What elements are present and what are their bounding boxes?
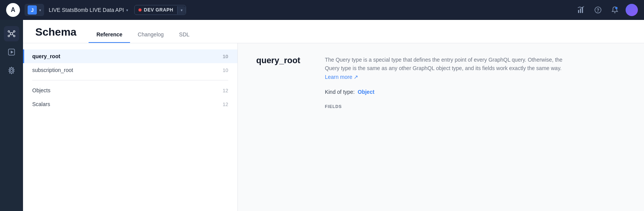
svg-rect-0 — [578, 10, 579, 13]
learn-more-link[interactable]: Learn more ↗ — [325, 74, 358, 80]
svg-point-9 — [13, 31, 15, 32]
detail-description-section: The Query type is a special type that de… — [325, 56, 570, 109]
type-list-divider — [32, 80, 228, 80]
type-item-objects[interactable]: Objects 12 — [23, 83, 237, 97]
sidebar-item-play[interactable] — [4, 44, 19, 60]
svg-point-10 — [8, 35, 10, 37]
schema-tabs: Reference Changelog SDL — [89, 25, 197, 43]
svg-line-12 — [10, 32, 11, 33]
detail-kind: Kind of type: Object — [325, 89, 570, 95]
notifications-icon[interactable] — [609, 4, 621, 16]
svg-point-5 — [614, 12, 616, 13]
left-panel: query_root 10 subscription_root 10 Objec… — [23, 43, 238, 211]
content-area: Schema Reference Changelog SDL query_ro — [23, 20, 644, 211]
tab-changelog[interactable]: Changelog — [130, 25, 171, 43]
detail-kind-value: Object — [358, 89, 375, 95]
svg-line-15 — [13, 34, 14, 36]
workspace-selector[interactable]: J ▾ — [25, 4, 44, 16]
external-link-icon: ↗ — [354, 74, 358, 80]
app-logo[interactable]: A — [6, 3, 20, 17]
schema-title: Schema — [35, 20, 76, 43]
type-item-subscription-root[interactable]: subscription_root 10 — [23, 63, 237, 77]
schema-header: Schema Reference Changelog SDL — [23, 20, 644, 43]
navbar: A J ▾ LIVE StatsBomb LIVE Data API ▾ DEV… — [0, 0, 644, 20]
svg-line-13 — [13, 32, 14, 33]
main-layout: Schema Reference Changelog SDL query_ro — [0, 20, 644, 211]
detail-description: The Query type is a special type that de… — [325, 56, 570, 81]
svg-point-11 — [13, 35, 15, 37]
dev-graph-selector[interactable]: DEV GRAPH ▾ — [134, 5, 186, 15]
svg-marker-17 — [11, 51, 13, 54]
user-avatar[interactable] — [626, 4, 638, 16]
detail-section: query_root — [256, 56, 300, 109]
dev-graph-chevron-icon[interactable]: ▾ — [177, 6, 186, 14]
dev-graph-label: DEV GRAPH — [144, 7, 173, 13]
tab-reference[interactable]: Reference — [89, 25, 130, 43]
svg-point-6 — [615, 7, 618, 9]
api-chevron-icon: ▾ — [126, 8, 128, 12]
svg-point-8 — [8, 31, 10, 32]
api-name-selector[interactable]: LIVE StatsBomb LIVE Data API ▾ — [49, 7, 128, 13]
insights-icon[interactable] — [575, 4, 587, 16]
detail-type-name: query_root — [256, 56, 300, 65]
svg-line-14 — [10, 34, 11, 36]
help-icon[interactable]: ? — [592, 4, 604, 16]
workspace-chevron-icon: ▾ — [39, 8, 41, 12]
type-item-query-root[interactable]: query_root 10 — [23, 49, 237, 63]
svg-text:?: ? — [596, 8, 599, 13]
body-split: query_root 10 subscription_root 10 Objec… — [23, 43, 644, 211]
workspace-icon: J — [28, 5, 37, 15]
svg-point-18 — [10, 69, 13, 72]
sidebar-item-graph[interactable] — [4, 26, 19, 41]
fields-section-label: FIELDS — [325, 104, 570, 109]
svg-point-7 — [10, 33, 13, 35]
tab-sdl[interactable]: SDL — [171, 25, 197, 43]
svg-rect-1 — [580, 8, 581, 13]
type-item-scalars[interactable]: Scalars 12 — [23, 97, 237, 111]
right-panel: query_root The Query type is a special t… — [238, 43, 644, 211]
type-list: query_root 10 subscription_root 10 Objec… — [23, 43, 237, 117]
sidebar-item-settings[interactable] — [4, 63, 19, 78]
dev-graph-status-dot — [138, 8, 142, 11]
sidebar — [0, 20, 23, 211]
